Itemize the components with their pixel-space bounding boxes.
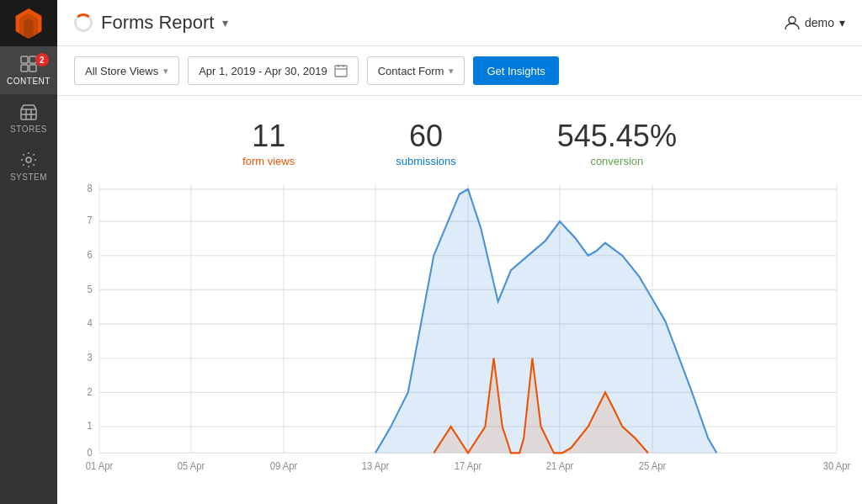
form-select-label: Contact Form	[378, 65, 444, 77]
stores-icon	[19, 103, 38, 121]
svg-text:17 Apr: 17 Apr	[455, 459, 482, 472]
blue-area	[99, 189, 837, 454]
stats-area: 11 form views 60 submissions 545.45% con…	[57, 96, 862, 176]
svg-text:4: 4	[88, 317, 93, 330]
svg-text:3: 3	[88, 351, 93, 363]
sidebar-item-stores[interactable]: STORES	[0, 94, 57, 142]
user-menu[interactable]: demo ▾	[785, 15, 845, 30]
svg-rect-10	[335, 66, 347, 77]
svg-text:0: 0	[88, 446, 93, 459]
user-icon	[785, 15, 800, 30]
header-left: Forms Report ▾	[74, 12, 228, 34]
form-views-value: 11	[242, 121, 295, 151]
sidebar-item-content[interactable]: 2 CONTENT	[0, 46, 57, 94]
store-view-arrow-icon: ▾	[163, 66, 168, 77]
svg-text:5: 5	[88, 283, 93, 295]
user-dropdown-icon: ▾	[839, 16, 845, 29]
magento-logo-icon	[13, 8, 44, 39]
svg-text:1: 1	[88, 420, 93, 432]
system-icon	[19, 151, 38, 169]
line-chart: 8 7 6 5 4 3 2 1 0	[99, 184, 837, 487]
svg-text:8: 8	[88, 182, 93, 194]
sidebar-item-system-label: SYSTEM	[10, 172, 47, 182]
store-view-select[interactable]: All Store Views ▾	[74, 56, 179, 85]
stat-conversion: 545.45% conversion	[557, 121, 677, 167]
loading-indicator	[74, 13, 93, 32]
calendar-icon	[334, 64, 348, 77]
chart-container: 8 7 6 5 4 3 2 1 0	[57, 176, 862, 504]
submissions-value: 60	[396, 121, 456, 151]
svg-text:21 Apr: 21 Apr	[546, 459, 573, 472]
page-title: Forms Report	[101, 12, 214, 34]
content-area: 11 form views 60 submissions 545.45% con…	[57, 96, 862, 504]
svg-text:09 Apr: 09 Apr	[270, 459, 297, 472]
sidebar: 2 CONTENT STORES SYSTEM	[0, 0, 57, 504]
user-name: demo	[805, 16, 834, 29]
svg-text:7: 7	[88, 215, 93, 227]
svg-rect-2	[21, 65, 28, 72]
submissions-label: submissions	[396, 155, 456, 167]
svg-text:30 Apr: 30 Apr	[823, 459, 850, 472]
stat-submissions: 60 submissions	[396, 121, 456, 167]
date-range-picker[interactable]: Apr 1, 2019 - Apr 30, 2019	[188, 56, 359, 85]
form-select[interactable]: Contact Form ▾	[367, 56, 466, 85]
sidebar-item-content-label: CONTENT	[7, 77, 51, 86]
date-range-label: Apr 1, 2019 - Apr 30, 2019	[199, 65, 327, 77]
content-badge: 2	[35, 53, 49, 66]
svg-rect-0	[21, 56, 28, 63]
title-dropdown-icon[interactable]: ▾	[222, 16, 228, 29]
svg-point-9	[789, 17, 795, 24]
page-header: Forms Report ▾ demo ▾	[57, 0, 862, 46]
conversion-value: 545.45%	[557, 121, 677, 151]
main-content: Forms Report ▾ demo ▾ All Store Views ▾ …	[57, 0, 862, 504]
form-views-label: form views	[242, 155, 295, 167]
svg-point-8	[26, 157, 31, 162]
svg-text:05 Apr: 05 Apr	[178, 459, 205, 472]
store-view-label: All Store Views	[85, 65, 158, 77]
sidebar-item-stores-label: STORES	[10, 125, 47, 134]
svg-rect-3	[29, 65, 36, 72]
sidebar-item-system[interactable]: SYSTEM	[0, 142, 57, 190]
svg-text:2: 2	[88, 385, 93, 398]
form-select-arrow-icon: ▾	[449, 66, 454, 77]
stat-form-views: 11 form views	[242, 121, 295, 167]
get-insights-button[interactable]: Get Insights	[473, 56, 558, 85]
svg-text:01 Apr: 01 Apr	[86, 459, 113, 472]
svg-text:25 Apr: 25 Apr	[639, 459, 666, 472]
logo-area	[0, 0, 57, 46]
toolbar: All Store Views ▾ Apr 1, 2019 - Apr 30, …	[57, 46, 862, 96]
svg-text:13 Apr: 13 Apr	[362, 459, 389, 472]
svg-text:6: 6	[88, 248, 93, 261]
conversion-label: conversion	[557, 155, 677, 167]
